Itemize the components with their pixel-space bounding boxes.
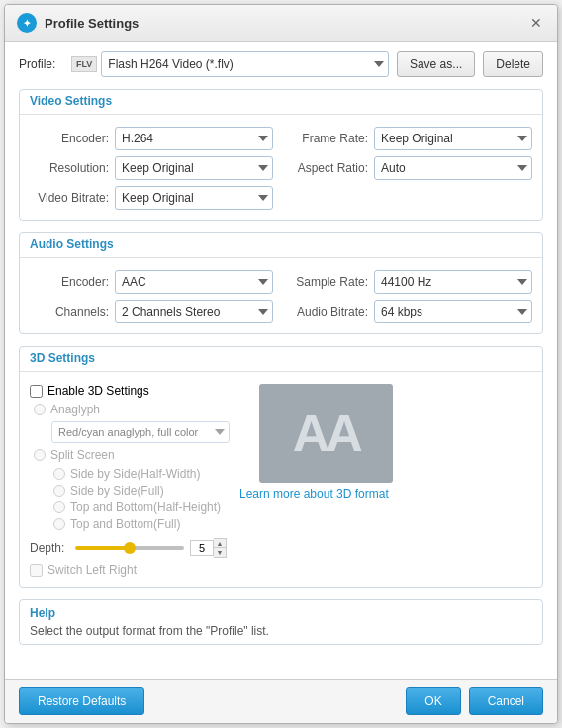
help-header: Help (30, 606, 532, 620)
channels-select[interactable]: 2 Channels Stereo (115, 300, 273, 323)
3d-settings-header: 3D Settings (20, 347, 542, 369)
preview-box: AA (259, 384, 393, 483)
video-bitrate-row: Video Bitrate: Keep Original (30, 186, 273, 210)
video-settings-header: Video Settings (20, 90, 542, 112)
profile-select-wrap: FLV Flash H264 Video (*.flv) (71, 51, 389, 77)
video-settings-content: Encoder: H.264 Frame Rate: Keep Original (20, 121, 542, 220)
sample-rate-row: Sample Rate: 44100 Hz (289, 270, 532, 294)
video-bitrate-select[interactable]: Keep Original (115, 186, 273, 210)
enable-3d-label[interactable]: Enable 3D Settings (47, 384, 149, 398)
3d-inner: Enable 3D Settings Anaglyph Red/cyan ana… (30, 384, 393, 577)
depth-arrows: ▲ ▼ (214, 538, 227, 558)
delete-button[interactable]: Delete (483, 51, 543, 77)
switch-row: Switch Left Right (30, 563, 230, 577)
sub-radio-group: Side by Side(Half-Width) Side by Side(Fu… (30, 467, 230, 531)
dialog-title: Profile Settings (45, 16, 139, 31)
profile-select[interactable]: Flash H264 Video (*.flv) (101, 51, 389, 77)
learn-more-row: Learn more about 3D format (239, 487, 393, 500)
video-bitrate-label: Video Bitrate: (30, 191, 109, 205)
audio-settings-content: Encoder: AAC Sample Rate: 44100 Hz Chann… (20, 264, 542, 333)
audio-bitrate-row: Audio Bitrate: 64 kbps (289, 300, 532, 323)
depth-down-arrow[interactable]: ▼ (214, 548, 226, 557)
save-as-button[interactable]: Save as... (397, 51, 475, 77)
top-half-row: Top and Bottom(Half-Height) (49, 500, 230, 514)
profile-row: Profile: FLV Flash H264 Video (*.flv) Sa… (19, 51, 543, 77)
title-bar: ✦ Profile Settings ✕ (5, 5, 557, 42)
profile-label: Profile: (19, 57, 63, 71)
resolution-label: Resolution: (30, 161, 109, 175)
encoder-select[interactable]: H.264 (115, 127, 273, 150)
audio-encoder-select[interactable]: AAC (115, 270, 273, 294)
restore-defaults-button[interactable]: Restore Defaults (19, 687, 144, 715)
depth-value-input[interactable] (190, 540, 214, 556)
footer: Restore Defaults OK Cancel (5, 679, 557, 723)
3d-settings-section: 3D Settings Enable 3D Settings Anaglyph (19, 346, 543, 588)
depth-num: ▲ ▼ (190, 538, 227, 558)
encoder-label: Encoder: (30, 132, 109, 145)
top-half-label: Top and Bottom(Half-Height) (70, 500, 221, 514)
channels-row: Channels: 2 Channels Stereo (30, 300, 273, 323)
learn-more-link[interactable]: Learn more about 3D format (239, 487, 389, 500)
enable-3d-checkbox[interactable] (30, 385, 43, 398)
anaglyph-radio[interactable] (34, 404, 46, 415)
title-bar-left: ✦ Profile Settings (17, 13, 139, 33)
top-half-radio[interactable] (53, 501, 65, 513)
3d-controls: Enable 3D Settings Anaglyph Red/cyan ana… (30, 384, 230, 577)
dialog-content: Profile: FLV Flash H264 Video (*.flv) Sa… (5, 42, 557, 679)
ok-button[interactable]: OK (406, 687, 460, 715)
split-screen-row: Split Screen (30, 448, 230, 462)
aspect-ratio-label: Aspect Ratio: (289, 161, 368, 175)
enable-3d-row: Enable 3D Settings (30, 384, 230, 398)
help-section: Help Select the output format from the "… (19, 599, 543, 645)
side-half-label: Side by Side(Half-Width) (70, 467, 200, 481)
footer-right: OK Cancel (406, 687, 543, 715)
flv-icon: FLV (71, 56, 97, 73)
preview-text: AA (293, 408, 359, 459)
side-full-row: Side by Side(Full) (49, 484, 230, 498)
flv-text: FLV (76, 59, 92, 70)
audio-form-grid: Encoder: AAC Sample Rate: 44100 Hz Chann… (30, 270, 532, 323)
preview-area: AA Learn more about 3D format (239, 384, 393, 577)
frame-rate-label: Frame Rate: (289, 132, 368, 145)
audio-encoder-row: Encoder: AAC (30, 270, 273, 294)
audio-settings-section: Audio Settings Encoder: AAC Sample Rate:… (19, 232, 543, 334)
profile-settings-dialog: ✦ Profile Settings ✕ Profile: FLV Flash … (4, 4, 558, 724)
audio-bitrate-label: Audio Bitrate: (289, 305, 368, 318)
3d-settings-content: Enable 3D Settings Anaglyph Red/cyan ana… (20, 378, 542, 587)
close-button[interactable]: ✕ (527, 14, 545, 32)
split-screen-label: Split Screen (50, 448, 115, 462)
depth-slider[interactable] (75, 546, 184, 550)
video-settings-section: Video Settings Encoder: H.264 Frame Rate… (19, 89, 543, 221)
switch-lr-label: Switch Left Right (47, 563, 137, 577)
side-half-radio[interactable] (53, 468, 65, 480)
side-half-row: Side by Side(Half-Width) (49, 467, 230, 481)
depth-up-arrow[interactable]: ▲ (214, 539, 226, 548)
app-icon: ✦ (17, 13, 37, 33)
switch-lr-checkbox[interactable] (30, 564, 43, 577)
top-full-radio[interactable] (53, 518, 65, 530)
frame-rate-row: Frame Rate: Keep Original (289, 127, 532, 150)
channels-label: Channels: (30, 305, 109, 318)
anaglyph-label: Anaglyph (50, 403, 100, 416)
side-full-radio[interactable] (53, 485, 65, 497)
top-full-label: Top and Bottom(Full) (70, 517, 180, 531)
split-screen-radio[interactable] (34, 449, 46, 461)
help-text: Select the output format from the "Profi… (30, 624, 532, 638)
aspect-ratio-row: Aspect Ratio: Auto (289, 156, 532, 180)
resolution-select[interactable]: Keep Original (115, 156, 273, 180)
cancel-button[interactable]: Cancel (469, 687, 543, 715)
encoder-row: Encoder: H.264 (30, 127, 273, 150)
audio-bitrate-select[interactable]: 64 kbps (374, 300, 532, 323)
aspect-ratio-select[interactable]: Auto (374, 156, 532, 180)
depth-label: Depth: (30, 541, 69, 555)
frame-rate-select[interactable]: Keep Original (374, 127, 532, 150)
side-full-label: Side by Side(Full) (70, 484, 164, 498)
top-full-row: Top and Bottom(Full) (49, 517, 230, 531)
resolution-row: Resolution: Keep Original (30, 156, 273, 180)
anaglyph-select-wrap: Red/cyan anaglyph, full color (30, 421, 230, 443)
anaglyph-type-select[interactable]: Red/cyan anaglyph, full color (51, 421, 230, 443)
audio-encoder-label: Encoder: (30, 275, 109, 289)
depth-row: Depth: ▲ ▼ (30, 538, 230, 558)
sample-rate-label: Sample Rate: (289, 275, 368, 289)
sample-rate-select[interactable]: 44100 Hz (374, 270, 532, 294)
